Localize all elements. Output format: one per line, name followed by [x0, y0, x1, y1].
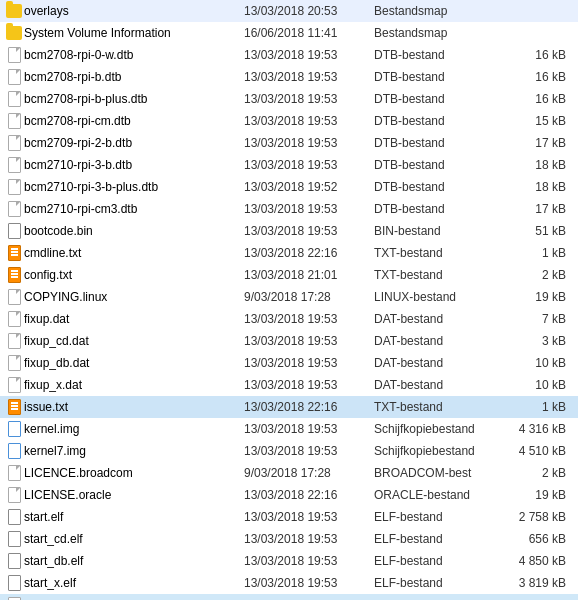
- folder-lock-icon: [6, 26, 22, 40]
- file-type: LINUX-bestand: [374, 290, 514, 304]
- file-icon: [8, 201, 21, 217]
- file-type: Schijfkopiebestand: [374, 444, 514, 458]
- file-name: start_x.elf: [24, 576, 244, 590]
- table-row[interactable]: start_db.elf13/03/2018 19:53ELF-bestand4…: [0, 550, 578, 572]
- file-date: 9/03/2018 17:28: [244, 466, 374, 480]
- file-name: fixup.dat: [24, 312, 244, 326]
- file-size: 18 kB: [514, 158, 574, 172]
- file-name: kernel7.img: [24, 444, 244, 458]
- table-row[interactable]: fixup_x.dat13/03/2018 19:53DAT-bestand10…: [0, 374, 578, 396]
- file-size: 1 kB: [514, 246, 574, 260]
- file-type: Schijfkopiebestand: [374, 422, 514, 436]
- file-type: DTB-bestand: [374, 92, 514, 106]
- table-row[interactable]: issue.txt13/03/2018 22:16TXT-bestand1 kB: [0, 396, 578, 418]
- file-name: bcm2710-rpi-3-b-plus.dtb: [24, 180, 244, 194]
- file-date: 13/03/2018 19:53: [244, 312, 374, 326]
- table-row[interactable]: fixup_cd.dat13/03/2018 19:53DAT-bestand3…: [0, 330, 578, 352]
- file-size: 16 kB: [514, 92, 574, 106]
- table-row[interactable]: bcm2708-rpi-0-w.dtb13/03/2018 19:53DTB-b…: [0, 44, 578, 66]
- file-type: ELF-bestand: [374, 510, 514, 524]
- file-icon: [8, 69, 21, 85]
- table-row[interactable]: bootcode.bin13/03/2018 19:53BIN-bestand5…: [0, 220, 578, 242]
- file-date: 13/03/2018 22:16: [244, 488, 374, 502]
- file-name: fixup_x.dat: [24, 378, 244, 392]
- file-icon: [8, 355, 21, 371]
- file-date: 13/03/2018 19:53: [244, 334, 374, 348]
- table-row[interactable]: start_x.elf13/03/2018 19:53ELF-bestand3 …: [0, 572, 578, 594]
- table-row[interactable]: LICENSE.oracle13/03/2018 22:16ORACLE-bes…: [0, 484, 578, 506]
- file-size: 17 kB: [514, 202, 574, 216]
- file-icon: [8, 91, 21, 107]
- file-name: bcm2709-rpi-2-b.dtb: [24, 136, 244, 150]
- file-size: 19 kB: [514, 290, 574, 304]
- file-size: 51 kB: [514, 224, 574, 238]
- file-list: overlays13/03/2018 20:53BestandsmapSyste…: [0, 0, 578, 600]
- table-row[interactable]: bcm2710-rpi-3-b.dtb13/03/2018 19:53DTB-b…: [0, 154, 578, 176]
- file-size: 4 510 kB: [514, 444, 574, 458]
- file-name: LICENSE.oracle: [24, 488, 244, 502]
- table-row[interactable]: overlays13/03/2018 20:53Bestandsmap: [0, 0, 578, 22]
- file-name: bcm2710-rpi-3-b.dtb: [24, 158, 244, 172]
- file-name: fixup_db.dat: [24, 356, 244, 370]
- file-icon: [8, 47, 21, 63]
- file-icon: [8, 465, 21, 481]
- table-row[interactable]: bcm2710-rpi-cm3.dtb13/03/2018 19:53DTB-b…: [0, 198, 578, 220]
- file-type: ELF-bestand: [374, 576, 514, 590]
- table-row[interactable]: ssh7/06/2018 16:39Bestand0 kB: [0, 594, 578, 600]
- table-row[interactable]: cmdline.txt13/03/2018 22:16TXT-bestand1 …: [0, 242, 578, 264]
- table-row[interactable]: fixup.dat13/03/2018 19:53DAT-bestand7 kB: [0, 308, 578, 330]
- file-type: BIN-bestand: [374, 224, 514, 238]
- table-row[interactable]: bcm2708-rpi-b.dtb13/03/2018 19:53DTB-bes…: [0, 66, 578, 88]
- table-row[interactable]: start.elf13/03/2018 19:53ELF-bestand2 75…: [0, 506, 578, 528]
- table-row[interactable]: bcm2709-rpi-2-b.dtb13/03/2018 19:53DTB-b…: [0, 132, 578, 154]
- file-date: 13/03/2018 19:52: [244, 180, 374, 194]
- table-row[interactable]: LICENCE.broadcom9/03/2018 17:28BROADCOM-…: [0, 462, 578, 484]
- table-row[interactable]: config.txt13/03/2018 21:01TXT-bestand2 k…: [0, 264, 578, 286]
- file-type: DTB-bestand: [374, 48, 514, 62]
- table-row[interactable]: COPYING.linux9/03/2018 17:28LINUX-bestan…: [0, 286, 578, 308]
- elf-icon: [8, 575, 21, 591]
- table-row[interactable]: kernel7.img13/03/2018 19:53Schijfkopiebe…: [0, 440, 578, 462]
- file-date: 13/03/2018 19:53: [244, 356, 374, 370]
- table-row[interactable]: bcm2708-rpi-cm.dtb13/03/2018 19:53DTB-be…: [0, 110, 578, 132]
- file-type: DTB-bestand: [374, 158, 514, 172]
- file-size: 19 kB: [514, 488, 574, 502]
- file-date: 13/03/2018 19:53: [244, 554, 374, 568]
- img-icon: [8, 421, 21, 437]
- file-name: cmdline.txt: [24, 246, 244, 260]
- file-name: bcm2708-rpi-0-w.dtb: [24, 48, 244, 62]
- file-date: 9/03/2018 17:28: [244, 290, 374, 304]
- file-size: 4 850 kB: [514, 554, 574, 568]
- elf-icon: [8, 509, 21, 525]
- file-type: DTB-bestand: [374, 202, 514, 216]
- file-type: DAT-bestand: [374, 334, 514, 348]
- file-size: 10 kB: [514, 378, 574, 392]
- file-icon: [8, 179, 21, 195]
- table-row[interactable]: fixup_db.dat13/03/2018 19:53DAT-bestand1…: [0, 352, 578, 374]
- table-row[interactable]: bcm2708-rpi-b-plus.dtb13/03/2018 19:53DT…: [0, 88, 578, 110]
- file-type: ELF-bestand: [374, 532, 514, 546]
- file-date: 13/03/2018 19:53: [244, 158, 374, 172]
- file-type: DAT-bestand: [374, 312, 514, 326]
- file-date: 13/03/2018 19:53: [244, 136, 374, 150]
- file-name: start_cd.elf: [24, 532, 244, 546]
- file-type: ELF-bestand: [374, 554, 514, 568]
- file-size: 3 819 kB: [514, 576, 574, 590]
- file-type: DTB-bestand: [374, 114, 514, 128]
- table-row[interactable]: kernel.img13/03/2018 19:53Schijfkopiebes…: [0, 418, 578, 440]
- file-date: 13/03/2018 19:53: [244, 422, 374, 436]
- file-name: bootcode.bin: [24, 224, 244, 238]
- txt-icon: [8, 267, 21, 283]
- file-name: bcm2708-rpi-b.dtb: [24, 70, 244, 84]
- file-date: 13/03/2018 19:53: [244, 576, 374, 590]
- file-type: ORACLE-bestand: [374, 488, 514, 502]
- file-icon: [8, 333, 21, 349]
- bin-icon: [8, 223, 21, 239]
- table-row[interactable]: bcm2710-rpi-3-b-plus.dtb13/03/2018 19:52…: [0, 176, 578, 198]
- table-row[interactable]: System Volume Information16/06/2018 11:4…: [0, 22, 578, 44]
- file-type: DTB-bestand: [374, 70, 514, 84]
- file-date: 13/03/2018 19:53: [244, 114, 374, 128]
- file-size: 2 758 kB: [514, 510, 574, 524]
- file-name: start.elf: [24, 510, 244, 524]
- table-row[interactable]: start_cd.elf13/03/2018 19:53ELF-bestand6…: [0, 528, 578, 550]
